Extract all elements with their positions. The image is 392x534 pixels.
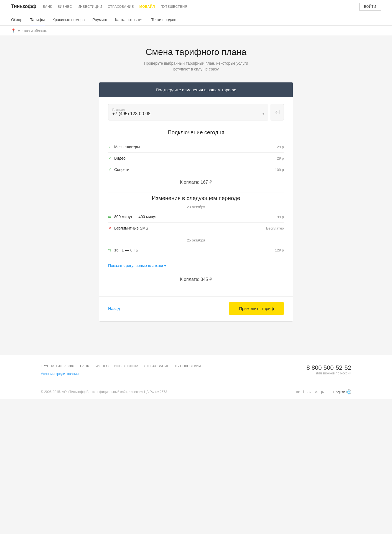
footer: ГРУППА ТИНЬКОФФ БАНК БИЗНЕС ИНВЕСТИЦИИ С… [0, 355, 392, 399]
nav-bank[interactable]: БАНК [43, 5, 52, 9]
footer-investments[interactable]: ИНВЕСТИЦИИ [114, 364, 138, 368]
service-price-data: 129 р [275, 248, 284, 252]
language-selector[interactable]: English 🌐 [333, 389, 351, 394]
show-regular-payments-link[interactable]: Показать регулярные платежи ▾ [108, 263, 166, 268]
location-pin-icon: 📍 [11, 28, 16, 33]
footer-phone: 8 800 500-52-52 [307, 364, 351, 371]
nav-investments[interactable]: ИНВЕСТИЦИИ [78, 5, 102, 9]
service-price-messengers: 29 р [277, 145, 284, 149]
footer-phone-note: Для звонков по России [307, 371, 351, 375]
subnav-roaming[interactable]: Роуминг [93, 17, 107, 25]
top-navigation: Тинькофф БАНК БИЗНЕС ИНВЕСТИЦИИ СТРАХОВА… [0, 0, 392, 13]
service-left: ✓ Мессенджеры [108, 145, 140, 149]
phone-label: Планшет [112, 108, 264, 111]
facebook-icon[interactable]: f [303, 390, 304, 394]
period-date-2: 25 октября [108, 238, 284, 242]
lang-label: English [333, 390, 345, 394]
service-item-video: ✓ Видео 29 р [108, 153, 284, 164]
service-item-sms: ✕ Безлимитные SMS Бесплатно [108, 223, 284, 234]
back-link[interactable]: Назад [108, 306, 120, 311]
check-icon-video: ✓ [108, 156, 111, 160]
next-period-title: Изменения в следующем периоде [108, 195, 284, 201]
nav-insurance[interactable]: СТРАХОВАНИЕ [108, 5, 134, 9]
footer-copyright: © 2006-2015. АО «Тинькофф Банк», официал… [41, 390, 167, 394]
service-price-sms: Бесплатно [266, 226, 284, 230]
next-period-total-amount: 345 ₽ [201, 277, 212, 282]
subnav-overview[interactable]: Обзор [11, 17, 22, 25]
phone-value-row: +7 (495) 123-00-08 ▾ [112, 111, 264, 116]
credit-conditions-link[interactable]: Условия кредитования [41, 372, 79, 376]
today-service-list: ✓ Мессенджеры 29 р ✓ Видео 29 р ✓ Соцсет [108, 141, 284, 175]
footer-bank[interactable]: БАНК [80, 364, 89, 368]
service-item-messengers: ✓ Мессенджеры 29 р [108, 141, 284, 153]
main-card: Подтвердите изменения в вашем тарифе Пла… [99, 82, 293, 322]
main-content: Смена тарифного плана Проверьте выбранны… [93, 36, 299, 338]
footer-social: вк f ок ✕ ▶ □ English 🌐 [296, 389, 351, 394]
service-name-messengers: Мессенджеры [114, 145, 140, 149]
service-left-social: ✓ Соцсети [108, 167, 129, 172]
arrow-icon-minutes: ⇆ [108, 215, 111, 219]
nav-mobile[interactable]: МОБАЙЛ [139, 5, 155, 9]
today-total-amount: 167 ₽ [201, 180, 212, 185]
footer-bottom: © 2006-2015. АО «Тинькофф Банк», официал… [30, 385, 362, 399]
subnav-coverage[interactable]: Карта покрытия [115, 17, 144, 25]
divider-1 [108, 193, 284, 193]
page-title: Смена тарифного плана [99, 47, 293, 57]
service-item-social: ✓ Соцсети 109 р [108, 164, 284, 175]
today-section-title: Подключение сегодня [108, 129, 284, 136]
vk-icon[interactable]: вк [296, 390, 300, 394]
service-left-data: ⇆ 16 ГБ — 8 ГБ [108, 248, 138, 252]
service-name-data: 16 ГБ — 8 ГБ [114, 248, 138, 252]
footer-nav-links: ГРУППА ТИНЬКОФФ БАНК БИЗНЕС ИНВЕСТИЦИИ С… [41, 364, 201, 368]
service-left-sms: ✕ Безлимитные SMS [108, 226, 148, 230]
service-price-video: 29 р [277, 156, 284, 160]
apply-tariff-button[interactable]: Применить тариф [229, 302, 284, 315]
service-name-video: Видео [114, 156, 126, 160]
service-item-data: ⇆ 16 ГБ — 8 ГБ 129 р [108, 245, 284, 256]
service-left-minutes: ⇆ 800 минут — 400 минут [108, 215, 157, 219]
next-period-total-label: К оплате: [180, 277, 199, 282]
phone-number: +7 (495) 123-00-08 [112, 111, 150, 116]
nav-left: Тинькофф БАНК БИЗНЕС ИНВЕСТИЦИИ СТРАХОВА… [11, 4, 187, 9]
footer-business[interactable]: БИЗНЕС [95, 364, 109, 368]
youtube-icon[interactable]: ▶ [321, 390, 324, 394]
service-price-minutes: 99 р [277, 215, 284, 219]
period-1-service-list: ⇆ 800 минут — 400 минут 99 р ✕ Безлимитн… [108, 211, 284, 234]
footer-travel[interactable]: ПУТЕШЕСТВИЯ [175, 364, 201, 368]
footer-insurance[interactable]: СТРАХОВАНИЕ [144, 364, 169, 368]
chevron-down-icon-regular: ▾ [164, 263, 166, 268]
next-period-total-line: К оплате: 345 ₽ [108, 277, 284, 282]
service-name-sms: Безлимитные SMS [114, 226, 148, 230]
odnoklassniki-icon[interactable]: ок [307, 390, 311, 394]
phone-selector[interactable]: Планшет +7 (495) 123-00-08 ▾ [108, 104, 268, 120]
check-icon: ✓ [108, 145, 111, 149]
subnav-sales-points[interactable]: Точки продаж [151, 17, 176, 25]
phone-action-button[interactable] [271, 104, 284, 120]
service-name-minutes: 800 минут — 400 минут [114, 215, 157, 219]
period-date-1: 23 октября [108, 205, 284, 209]
phone-selector-wrap: Планшет +7 (495) 123-00-08 ▾ [108, 104, 284, 120]
location-bar: 📍 Москва и область [0, 26, 392, 36]
service-item-minutes: ⇆ 800 минут — 400 минут 99 р [108, 211, 284, 223]
card-body: Планшет +7 (495) 123-00-08 ▾ Подключение… [99, 97, 293, 296]
period-2-service-list: ⇆ 16 ГБ — 8 ГБ 129 р [108, 245, 284, 256]
login-button[interactable]: ВОЙТИ [359, 3, 381, 11]
subnav-nice-numbers[interactable]: Красивые номера [52, 17, 85, 25]
nav-business[interactable]: БИЗНЕС [58, 5, 72, 9]
service-left-video: ✓ Видео [108, 156, 126, 160]
footer-main: ГРУППА ТИНЬКОФФ БАНК БИЗНЕС ИНВЕСТИЦИИ С… [30, 355, 362, 385]
today-total-label: К оплате: [180, 180, 199, 185]
chevron-down-icon: ▾ [263, 112, 264, 116]
footer-group-label: ГРУППА ТИНЬКОФФ [41, 364, 75, 368]
globe-icon: 🌐 [346, 389, 351, 394]
twitter-icon[interactable]: ✕ [315, 390, 318, 394]
subnav-tariffs[interactable]: Тарифы [30, 17, 45, 25]
footer-left: ГРУППА ТИНЬКОФФ БАНК БИЗНЕС ИНВЕСТИЦИИ С… [41, 364, 201, 376]
enter-icon [274, 109, 280, 115]
footer-right: 8 800 500-52-52 Для звонков по России [307, 364, 351, 375]
today-total-line: К оплате: 167 ₽ [108, 180, 284, 185]
arrow-icon-data: ⇆ [108, 248, 111, 252]
box-icon[interactable]: □ [328, 390, 330, 394]
cross-icon-sms: ✕ [108, 226, 111, 230]
nav-travel[interactable]: ПУТЕШЕСТВИЯ [161, 5, 187, 9]
